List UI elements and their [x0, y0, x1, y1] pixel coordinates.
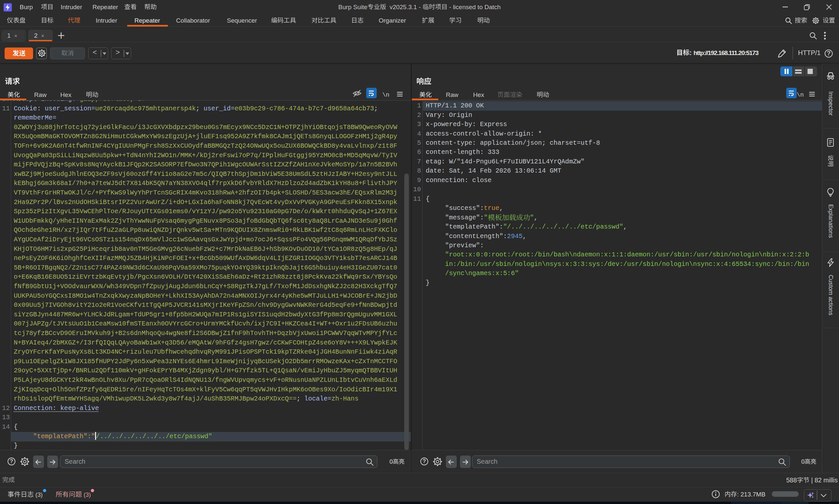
- svg-text:?: ?: [423, 458, 426, 464]
- svg-text:?: ?: [827, 50, 831, 57]
- svg-text:?: ?: [10, 458, 13, 464]
